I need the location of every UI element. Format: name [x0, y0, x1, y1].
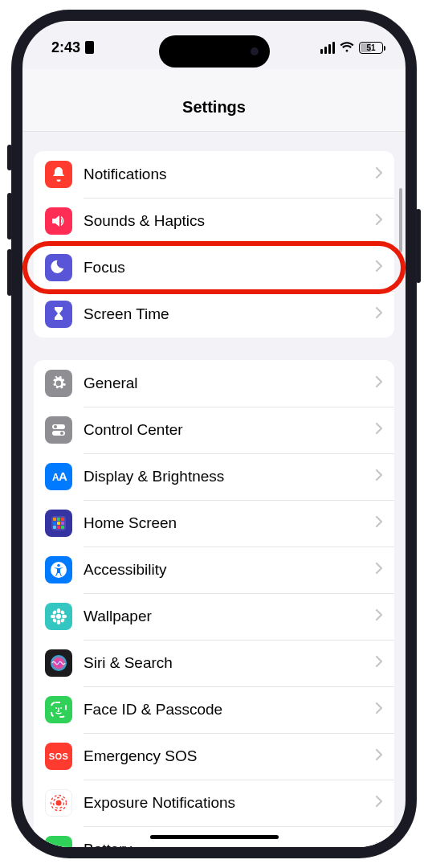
chevron-right-icon [375, 562, 383, 578]
page-title: Settings [22, 69, 406, 132]
chevron-right-icon [375, 702, 383, 718]
chevron-right-icon [375, 841, 383, 847]
chevron-right-icon [375, 166, 383, 182]
settings-row-label: Display & Brightness [84, 468, 375, 485]
settings-row-controlcenter[interactable]: Control Center [34, 407, 394, 453]
chevron-right-icon [375, 260, 383, 276]
settings-group: NotificationsSounds & HapticsFocusScreen… [34, 151, 394, 338]
screen: 2:43 51 Settings NotificationsSounds & H… [22, 21, 406, 847]
settings-scroll-area[interactable]: NotificationsSounds & HapticsFocusScreen… [22, 132, 406, 847]
settings-row-wallpaper[interactable]: Wallpaper [34, 593, 394, 640]
settings-row-faceid[interactable]: Face ID & Passcode [34, 686, 394, 733]
moon-icon [45, 254, 72, 281]
phone-frame: 2:43 51 Settings NotificationsSounds & H… [11, 10, 417, 858]
speaker-icon [45, 207, 72, 235]
gear-icon [45, 370, 72, 397]
cellular-signal-icon [320, 42, 335, 54]
settings-row-label: Notifications [84, 166, 375, 183]
chevron-right-icon [375, 213, 383, 229]
settings-row-label: Accessibility [84, 561, 375, 579]
settings-row-label: Siri & Search [84, 654, 375, 672]
home-indicator[interactable] [150, 835, 279, 839]
settings-row-general[interactable]: General [34, 360, 394, 407]
sos-icon: SOS [45, 743, 72, 770]
settings-row-notifications[interactable]: Notifications [34, 151, 394, 198]
recording-indicator-icon [85, 41, 94, 54]
settings-row-focus[interactable]: Focus [34, 244, 394, 291]
scroll-indicator [399, 188, 402, 252]
switches-icon [45, 416, 72, 444]
chevron-right-icon [375, 375, 383, 391]
status-time: 2:43 [51, 39, 80, 56]
faceid-icon [45, 696, 72, 723]
settings-row-label: Control Center [84, 421, 375, 439]
settings-row-label: Wallpaper [84, 608, 375, 625]
chevron-right-icon [375, 748, 383, 764]
settings-row-label: General [84, 375, 375, 392]
flower-icon [45, 603, 72, 630]
battery-level: 51 [366, 43, 375, 52]
settings-row-label: Sounds & Haptics [84, 212, 375, 230]
settings-row-sos[interactable]: SOSEmergency SOS [34, 733, 394, 780]
text-size-icon [45, 463, 72, 490]
settings-row-exposure[interactable]: Exposure Notifications [34, 780, 394, 826]
settings-row-siri[interactable]: Siri & Search [34, 640, 394, 686]
chevron-right-icon [375, 515, 383, 531]
settings-row-label: Home Screen [84, 514, 375, 532]
chevron-right-icon [375, 469, 383, 485]
settings-row-label: Emergency SOS [84, 747, 375, 765]
settings-row-screentime[interactable]: Screen Time [34, 291, 394, 338]
chevron-right-icon [375, 655, 383, 671]
grid-icon [45, 510, 72, 537]
exposure-icon [45, 789, 72, 817]
chevron-right-icon [375, 608, 383, 624]
bell-icon [45, 161, 72, 188]
siri-icon [45, 649, 72, 677]
settings-row-label: Face ID & Passcode [84, 701, 375, 719]
settings-row-label: Screen Time [84, 305, 375, 323]
settings-row-label: Focus [84, 259, 375, 276]
chevron-right-icon [375, 795, 383, 811]
settings-row-sounds[interactable]: Sounds & Haptics [34, 198, 394, 244]
accessibility-icon [45, 556, 72, 583]
chevron-right-icon [375, 422, 383, 438]
settings-row-homescreen[interactable]: Home Screen [34, 500, 394, 547]
settings-row-label: Battery [84, 841, 375, 847]
hourglass-icon [45, 301, 72, 328]
battery-icon [45, 836, 72, 847]
settings-row-label: Exposure Notifications [84, 794, 375, 812]
settings-row-accessibility[interactable]: Accessibility [34, 547, 394, 593]
chevron-right-icon [375, 306, 383, 322]
wifi-icon [340, 42, 354, 53]
dynamic-island [159, 35, 270, 68]
battery-icon: 51 [359, 42, 383, 54]
settings-row-display[interactable]: Display & Brightness [34, 453, 394, 500]
settings-group: GeneralControl CenterDisplay & Brightnes… [34, 360, 394, 847]
